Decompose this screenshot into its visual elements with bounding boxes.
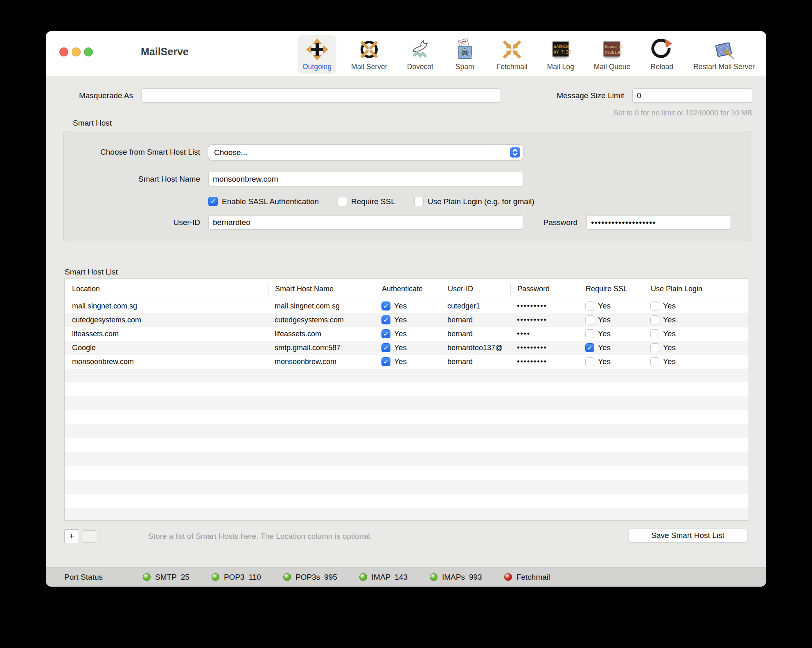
column-header-authenticate[interactable]: Authenticate bbox=[375, 283, 441, 295]
skull-mailbox-icon: ☠ bbox=[453, 38, 477, 61]
toolbar-button-outgoing[interactable]: Outgoing bbox=[298, 35, 336, 74]
toolbar: Outgoing Mail Server bbox=[298, 35, 760, 74]
enable-sasl-option[interactable]: Enable SASL Authentication bbox=[208, 197, 319, 206]
authenticate-checkbox[interactable] bbox=[381, 343, 390, 352]
smart-host-options: Enable SASL Authentication Require SSL U… bbox=[208, 197, 535, 206]
port-item-imap: IMAP 143 bbox=[359, 573, 408, 582]
smart-host-name-input[interactable] bbox=[208, 172, 523, 186]
smart-host-groupbox: Choose from Smart Host List Choose... Sm… bbox=[63, 131, 752, 241]
empty-row bbox=[65, 494, 749, 508]
cell-smart-host-name: smtp.gmail.com:587 bbox=[268, 344, 375, 352]
empty-row bbox=[65, 480, 749, 494]
port-item-fetchmail: Fetchmail bbox=[504, 573, 554, 582]
add-row-button[interactable]: + bbox=[64, 529, 79, 543]
column-header-password[interactable]: Password bbox=[510, 283, 579, 295]
require-ssl-label: Require SSL bbox=[351, 197, 395, 206]
smart-host-list-table: Location Smart Host Name Authenticate Us… bbox=[64, 278, 749, 521]
column-header-smart-host-name[interactable]: Smart Host Name bbox=[268, 283, 375, 295]
checkbox-label: Yes bbox=[394, 315, 407, 324]
password-input[interactable] bbox=[586, 215, 731, 230]
use-plain-login-option[interactable]: Use Plain Login (e.g. for gmail) bbox=[414, 197, 535, 206]
window-title: MailServe bbox=[141, 46, 189, 58]
empty-row bbox=[65, 396, 749, 410]
toolbar-button-mail-log[interactable]: WARNIN AY 7:36 Mail Log bbox=[542, 35, 579, 74]
use-plain-login-checkbox[interactable] bbox=[650, 329, 659, 338]
port-name: IMAP bbox=[372, 573, 390, 582]
use-plain-login-checkbox[interactable] bbox=[414, 197, 424, 206]
column-header-user-id[interactable]: User-ID bbox=[441, 283, 510, 295]
require-ssl-checkbox[interactable] bbox=[585, 357, 594, 366]
port-name: POP3s bbox=[295, 573, 320, 582]
require-ssl-checkbox[interactable] bbox=[585, 315, 594, 324]
masquerade-as-input[interactable] bbox=[141, 88, 500, 103]
use-plain-login-checkbox[interactable] bbox=[650, 357, 659, 366]
checkbox-label: Yes bbox=[663, 329, 676, 338]
message-size-limit-label: Message Size Limit bbox=[522, 91, 624, 100]
toolbar-button-restart-mail-server[interactable]: Restart Mail Server bbox=[688, 35, 760, 74]
toolbar-button-mail-queue[interactable]: Queue ID 592B13E3 Mail Queue bbox=[589, 35, 636, 74]
close-button[interactable] bbox=[59, 47, 68, 56]
cell-user-id: bernardteo137@ bbox=[441, 344, 510, 352]
table-row[interactable]: cutedgesystems.com cutedgesystems.com Ye… bbox=[65, 313, 749, 327]
cell-smart-host-name: cutedgesystems.com bbox=[268, 316, 375, 324]
content-area: Masquerade As Message Size Limit Set to … bbox=[46, 76, 766, 567]
dove-icon bbox=[408, 38, 432, 61]
require-ssl-option[interactable]: Require SSL bbox=[338, 197, 395, 206]
smart-host-select[interactable]: Choose... bbox=[208, 145, 523, 160]
checkbox-label: Yes bbox=[598, 302, 611, 310]
queue-screen-icon: Queue ID 592B13E3 bbox=[600, 38, 624, 61]
port-number: 995 bbox=[324, 573, 337, 582]
toolbar-button-fetchmail[interactable]: Fetchmail bbox=[492, 35, 532, 74]
cell-require-ssl: Yes bbox=[579, 357, 644, 366]
table-row[interactable]: Google smtp.gmail.com:587 Yes bernardteo… bbox=[65, 341, 749, 355]
svg-text:WARNIN: WARNIN bbox=[554, 44, 568, 49]
empty-row bbox=[65, 382, 749, 396]
table-row[interactable]: mail.singnet.com.sg mail.singnet.com.sg … bbox=[65, 299, 749, 313]
use-plain-login-checkbox[interactable] bbox=[650, 343, 659, 352]
toolbar-label: Mail Server bbox=[351, 63, 388, 71]
port-name: Fetchmail bbox=[517, 573, 550, 582]
authenticate-checkbox[interactable] bbox=[381, 302, 390, 310]
column-header-require-ssl[interactable]: Require SSL bbox=[579, 283, 644, 295]
cell-password: •••• bbox=[510, 329, 579, 338]
message-size-limit-input[interactable] bbox=[632, 88, 752, 103]
enable-sasl-checkbox[interactable] bbox=[208, 197, 218, 206]
traffic-lights bbox=[59, 47, 93, 56]
toolbar-label: Mail Queue bbox=[594, 63, 631, 71]
password-label: Password bbox=[489, 218, 577, 227]
toolbar-button-reload[interactable]: Reload bbox=[645, 35, 679, 74]
zoom-button[interactable] bbox=[84, 47, 93, 56]
svg-text:592B13E3: 592B13E3 bbox=[605, 50, 623, 54]
column-header-use-plain-login[interactable]: Use Plain Login bbox=[644, 283, 723, 295]
empty-row bbox=[65, 410, 749, 424]
authenticate-checkbox[interactable] bbox=[381, 329, 390, 338]
require-ssl-checkbox[interactable] bbox=[585, 329, 594, 338]
require-ssl-checkbox[interactable] bbox=[585, 302, 594, 310]
cell-location: monsoonbrew.com bbox=[65, 358, 268, 366]
smart-host-name-label: Smart Host Name bbox=[64, 175, 200, 184]
remove-row-button[interactable]: – bbox=[83, 530, 96, 543]
table-row[interactable]: monsoonbrew.com monsoonbrew.com Yes bern… bbox=[65, 355, 749, 369]
require-ssl-checkbox[interactable] bbox=[585, 343, 594, 352]
port-item-smtp: SMTP 25 bbox=[143, 573, 189, 582]
save-smart-host-list-button[interactable]: Save Smart Host List bbox=[628, 529, 747, 542]
authenticate-checkbox[interactable] bbox=[381, 357, 390, 366]
checkbox-label: Yes bbox=[394, 302, 407, 310]
toolbar-button-spam[interactable]: ☠ Spam bbox=[448, 35, 482, 74]
reload-icon bbox=[650, 38, 674, 61]
use-plain-login-checkbox[interactable] bbox=[650, 315, 659, 324]
cell-use-plain-login: Yes bbox=[644, 357, 723, 366]
authenticate-checkbox[interactable] bbox=[381, 315, 390, 324]
use-plain-login-checkbox[interactable] bbox=[650, 302, 659, 310]
require-ssl-checkbox[interactable] bbox=[338, 197, 347, 206]
cell-password: ••••••••• bbox=[510, 302, 579, 310]
row-edit-buttons: + – bbox=[64, 529, 96, 543]
toolbar-button-dovecot[interactable]: Dovecot bbox=[402, 35, 438, 74]
titlebar: MailServe Outgoing bbox=[46, 31, 766, 76]
user-id-input[interactable] bbox=[208, 215, 523, 230]
svg-text:AY 7:36: AY 7:36 bbox=[554, 50, 571, 54]
table-row[interactable]: lifeassets.com lifeassets.com Yes bernar… bbox=[65, 327, 749, 341]
minimize-button[interactable] bbox=[72, 47, 81, 56]
column-header-location[interactable]: Location bbox=[65, 283, 268, 295]
toolbar-button-mail-server[interactable]: Mail Server bbox=[346, 35, 392, 74]
